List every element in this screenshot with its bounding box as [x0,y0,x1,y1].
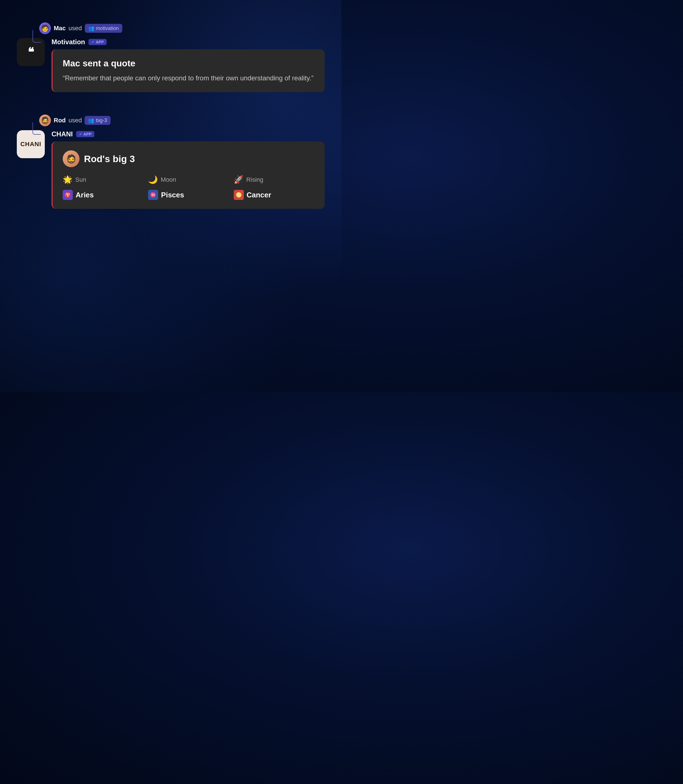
chani-icon-text: CHANI [21,141,42,148]
motivation-section: 🧑 Mac used 👥 motivation ❝ Motivation ✓ A… [17,22,325,92]
big3-grid: 🌟 Sun 🌙 Moon 🚀 Rising ♈ [63,175,314,200]
motivation-card-content: Motivation ✓ APP Mac sent a quote “Remem… [51,38,325,92]
mac-avatar: 🧑 [39,22,51,34]
motivation-message-body: “Remember that people can only respond t… [63,73,314,83]
connector-line-2 [32,122,41,135]
motivation-app-name: Motivation [51,38,85,46]
motivation-message-title: Mac sent a quote [63,58,314,69]
big3-command-label: big-3 [96,117,107,124]
rod-name: Rod [54,117,66,124]
chani-badge-text: APP [83,132,91,137]
motivation-badge-text: APP [96,40,104,44]
motivation-command-label: motivation [96,26,119,31]
aries-glyph: ♈ [65,192,71,198]
mac-name: Mac [54,25,66,32]
moon-label-item: 🌙 Moon [148,175,229,184]
aries-item: ♈ Aries [63,190,144,200]
sun-label: Sun [75,176,86,183]
big3-command-icon: 👥 [88,117,94,124]
cancer-glyph: ♋ [236,192,242,198]
rising-emoji: 🚀 [234,175,244,184]
moon-emoji: 🌙 [148,175,158,184]
chani-app-name: CHANI [51,130,73,138]
rod-avatar: 🧔 [39,114,51,126]
rod-card-avatar: 🧔 [63,150,80,167]
rising-label-item: 🚀 Rising [234,175,314,184]
pisces-symbol: ♓ [148,190,158,200]
sun-emoji: 🌟 [63,175,72,184]
pisces-item: ♓ Pisces [148,190,229,200]
big3-command-badge[interactable]: 👥 big-3 [85,116,110,125]
motivation-command-icon: 👥 [88,25,95,31]
chani-card-wrapper: CHANI CHANI ✓ APP 🧔 Rod's big 3 [17,130,325,209]
rod-used-text: used [69,117,82,124]
chani-card-title: Rod's big 3 [84,153,135,164]
pisces-glyph: ♓ [150,192,156,198]
check-icon: ✓ [91,40,95,44]
chani-card-header: 🧔 Rod's big 3 [63,150,314,167]
chani-app-badge: ✓ APP [76,131,95,137]
motivation-message-card: Mac sent a quote “Remember that people c… [51,49,325,92]
aries-symbol: ♈ [63,190,73,200]
chani-title-row: CHANI ✓ APP [51,130,325,138]
motivation-command-badge[interactable]: 👥 motivation [85,24,122,33]
cancer-symbol: ♋ [234,190,244,200]
motivation-card-wrapper: ❝ Motivation ✓ APP Mac sent a quote “Rem… [17,38,325,92]
motivation-title-row: Motivation ✓ APP [51,38,325,46]
mac-user-header: 🧑 Mac used 👥 motivation [39,22,325,34]
chani-card-content: CHANI ✓ APP 🧔 Rod's big 3 [51,130,325,209]
pisces-value: Pisces [161,191,184,199]
chani-message-card: 🧔 Rod's big 3 🌟 Sun 🌙 Moon [51,141,325,209]
cancer-item: ♋ Cancer [234,190,314,200]
rod-user-header: 🧔 Rod used 👥 big-3 [39,114,325,126]
chani-check-icon: ✓ [79,132,82,137]
cancer-value: Cancer [247,191,271,199]
chani-section: 🧔 Rod used 👥 big-3 CHANI CHANI ✓ APP [17,114,325,209]
rising-label: Rising [246,176,263,183]
aries-value: Aries [75,191,94,199]
connector-line-1 [32,30,41,43]
quote-icon: ❝ [28,45,34,59]
sun-label-item: 🌟 Sun [63,175,144,184]
mac-used-text: used [69,25,82,32]
moon-label: Moon [161,176,176,183]
motivation-app-badge: ✓ APP [88,39,107,45]
